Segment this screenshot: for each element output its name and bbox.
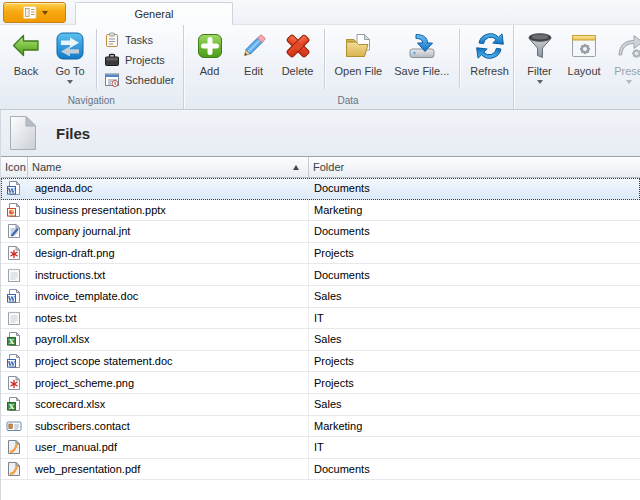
layout-icon <box>568 30 600 62</box>
file-folder-cell: Sales <box>309 329 640 350</box>
refresh-icon <box>474 30 506 62</box>
file-folder-cell: Projects <box>309 351 640 372</box>
file-folder-cell: IT <box>309 308 640 329</box>
powerpoint-file-icon <box>6 202 22 218</box>
file-folder-cell: Documents <box>309 221 640 242</box>
file-name-cell: invoice_template.doc <box>28 286 309 307</box>
ribbon-button-label: Refresh <box>470 65 509 77</box>
ribbon-button-tasks[interactable]: Tasks <box>101 30 183 50</box>
file-row-instructions-txt[interactable]: instructions.txt Documents <box>1 264 640 286</box>
tasks-icon <box>104 32 120 48</box>
application-menu-button[interactable] <box>3 2 66 23</box>
file-icon-cell: W <box>1 178 28 199</box>
ribbon-button-label: Edit <box>244 65 263 77</box>
file-name-cell: agenda.doc <box>28 178 309 199</box>
ribbon-button-label: Layout <box>568 65 601 77</box>
pdf-file-icon <box>6 439 22 455</box>
file-name-cell: subscribers.contact <box>28 416 309 437</box>
file-icon-cell: X <box>1 329 28 350</box>
ribbon-button-save-file[interactable]: Save File... <box>388 28 455 77</box>
files-page-icon <box>9 115 37 151</box>
ribbon-button-projects[interactable]: Projects <box>101 50 183 70</box>
file-name-cell: company journal.jnt <box>28 221 309 242</box>
file-folder-cell: Documents <box>309 459 640 480</box>
ribbon-group-content: Filter Layout Prese <box>514 25 640 91</box>
grid-header: Icon Name Folder <box>1 157 640 178</box>
file-row-subscribers-contact[interactable]: subscribers.contact Marketing <box>1 416 640 438</box>
file-row-business-presentation-pptx[interactable]: business presentation.pptx Marketing <box>1 200 640 222</box>
ribbon-button-label: Go To <box>55 65 84 77</box>
ribbon-button-label: Projects <box>125 54 165 66</box>
ribbon-group: Add Edit Delete Open File Save File... R… <box>184 25 514 109</box>
pdf-file-icon <box>6 461 22 477</box>
ribbon-button-label: Scheduler <box>125 74 175 86</box>
ribbon-button-refresh[interactable]: Refresh <box>464 28 515 77</box>
ribbon-button-label: Open File <box>335 65 383 77</box>
file-row-invoice-template-doc[interactable]: W invoice_template.doc Sales <box>1 286 640 308</box>
file-icon-cell: W <box>1 351 28 372</box>
column-header-icon[interactable]: Icon <box>1 157 28 177</box>
ribbon-button-back[interactable]: Back <box>4 28 48 77</box>
ribbon-separator <box>96 29 97 89</box>
ribbon-group-content: Add Edit Delete Open File Save File... R… <box>184 25 513 91</box>
ribbon-button-add[interactable]: Add <box>188 28 232 77</box>
ribbon-button-label: Filter <box>527 65 551 77</box>
file-name-cell: scorecard.xlsx <box>28 394 309 415</box>
file-row-user-manual-pdf[interactable]: user_manual.pdf IT <box>1 437 640 459</box>
file-folder-cell: Marketing <box>309 200 640 221</box>
file-name-cell: notes.txt <box>28 308 309 329</box>
ribbon-button-layout[interactable]: Layout <box>562 28 607 77</box>
file-icon-cell <box>1 308 28 329</box>
file-row-project-scope-statement-doc[interactable]: W project scope statement.doc Projects <box>1 351 640 373</box>
ribbon-button-open-file[interactable]: Open File <box>329 28 389 77</box>
file-icon-cell <box>1 437 28 458</box>
scheduler-icon <box>104 72 120 88</box>
ribbon-button-scheduler[interactable]: Scheduler <box>101 70 183 90</box>
file-row-company-journal-jnt[interactable]: company journal.jnt Documents <box>1 221 640 243</box>
word-file-icon: W <box>6 288 22 304</box>
contact-file-icon <box>6 418 22 434</box>
application-menu-icon <box>22 5 38 20</box>
edit-icon <box>238 30 270 62</box>
file-folder-cell: Documents <box>309 264 640 285</box>
file-row-notes-txt[interactable]: notes.txt IT <box>1 308 640 330</box>
file-row-design-draft-png[interactable]: design-draft.png Projects <box>1 243 640 265</box>
column-header-name[interactable]: Name <box>28 157 309 177</box>
text-file-icon <box>6 267 22 283</box>
ribbon-button-label: Back <box>14 65 38 77</box>
file-row-scorecard-xlsx[interactable]: X scorecard.xlsx Sales <box>1 394 640 416</box>
ribbon-button-filter[interactable]: Filter <box>518 28 562 84</box>
ribbon: Back Go To Tasks Projects Scheduler Navi… <box>0 25 640 110</box>
file-icon-cell <box>1 221 28 242</box>
ribbon-button-delete[interactable]: Delete <box>276 28 320 77</box>
chevron-down-icon <box>67 80 73 84</box>
file-row-project-scheme-png[interactable]: project_scheme.png Projects <box>1 372 640 394</box>
file-folder-cell: Sales <box>309 286 640 307</box>
file-name-cell: design-draft.png <box>28 243 309 264</box>
image-file-icon <box>6 245 22 261</box>
ribbon-button-label: Delete <box>282 65 314 77</box>
file-name-cell: payroll.xlsx <box>28 329 309 350</box>
ribbon-button-prese: Prese <box>607 28 640 84</box>
file-folder-cell: Marketing <box>309 416 640 437</box>
save-file-icon <box>406 30 438 62</box>
page-title: Files <box>56 125 90 142</box>
file-row-web-presentation-pdf[interactable]: web_presentation.pdf Documents <box>1 459 640 481</box>
delete-icon <box>282 30 314 62</box>
file-icon-cell: X <box>1 394 28 415</box>
ribbon-button-stack: Tasks Projects Scheduler <box>101 28 183 90</box>
file-row-payroll-xlsx[interactable]: X payroll.xlsx Sales <box>1 329 640 351</box>
tab-general[interactable]: General <box>75 2 233 25</box>
column-header-folder[interactable]: Folder <box>309 157 640 177</box>
file-row-agenda-doc[interactable]: W agenda.doc Documents <box>1 178 640 200</box>
file-icon-cell <box>1 416 28 437</box>
files-grid: Icon Name Folder W agenda.doc Documents … <box>1 157 640 480</box>
add-icon <box>194 30 226 62</box>
file-name-cell: web_presentation.pdf <box>28 459 309 480</box>
svg-text:W: W <box>7 187 16 195</box>
filter-icon <box>524 30 556 62</box>
content-area: Files Icon Name Folder W agenda.doc Docu… <box>0 110 640 500</box>
ribbon-group-caption: Data <box>184 95 513 106</box>
ribbon-button-edit[interactable]: Edit <box>232 28 276 77</box>
ribbon-button-go-to[interactable]: Go To <box>48 28 92 84</box>
